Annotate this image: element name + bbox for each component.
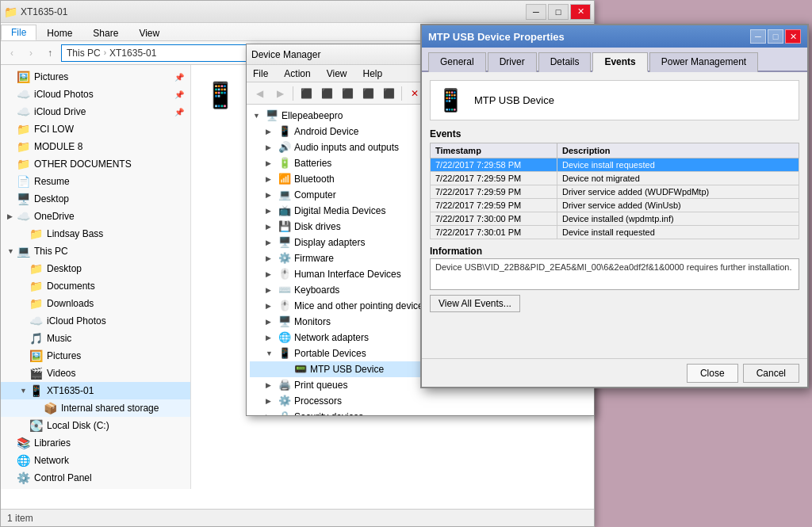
sidebar-item-other-docs[interactable]: 📁 OTHER DOCUMENTS [1,155,190,173]
tree-security[interactable]: ▶ 🔒 Security devices [250,409,591,415]
mtp-minimize-button[interactable]: ─ [750,29,766,44]
cancel-dialog-button[interactable]: Cancel [743,364,799,383]
devmgr-toolbar-btn5[interactable]: ⬛ [379,85,398,102]
window-title: XT1635-01 [21,6,67,17]
devmgr-menu-view[interactable]: View [324,67,350,81]
sidebar-item-fci-low[interactable]: 📁 FCI LOW [1,120,190,138]
sidebar: 🖼️ Pictures 📌 ☁️ iCloud Photos 📌 ☁️ iClo… [1,65,191,489]
sidebar-item-lindsay-bass[interactable]: 📁 Lindsay Bass [1,225,190,242]
xt1635-icon: 📱 [29,384,42,397]
devmgr-toolbar-btn3[interactable]: ⬛ [338,85,357,102]
mtp-close-button[interactable]: ✕ [785,29,801,44]
sidebar-item-icloud-photos2[interactable]: ☁️ iCloud Photos [1,312,190,330]
sidebar-item-pictures2[interactable]: 🖼️ Pictures [1,347,190,365]
toolbar-separator-2 [401,86,402,101]
desktop-icon: 🖥️ [17,193,29,205]
documents-icon: 📁 [29,280,42,292]
tab-home[interactable]: Home [36,25,82,40]
resume-icon: 📄 [17,175,29,188]
onedrive-icon: ☁️ [17,210,29,223]
print-queues-icon: 🖨️ [278,379,291,391]
sidebar-item-local-disk[interactable]: 💽 Local Disk (C:) [1,417,190,434]
devmgr-back-button[interactable]: ◀ [250,85,269,102]
view-all-events-button[interactable]: View All Events... [430,295,520,312]
icloud-photos-icon: ☁️ [17,88,29,101]
sidebar-item-desktop[interactable]: 🖥️ Desktop [1,190,190,208]
back-button[interactable]: ‹ [4,45,20,61]
event-ts-6: 7/22/2017 7:30:01 PM [431,226,557,239]
minimize-button[interactable]: ─ [526,4,546,20]
sidebar-item-videos[interactable]: 🎬 Videos [1,365,190,382]
sidebar-item-internal-storage[interactable]: 📦 Internal shared storage [1,399,190,417]
sidebar-item-network[interactable]: 🌐 Network [1,452,190,469]
sidebar-item-pictures[interactable]: 🖼️ Pictures 📌 [1,68,190,86]
devmgr-toolbar-btn2[interactable]: ⬛ [317,85,336,102]
close-dialog-button[interactable]: Close [687,364,738,383]
local-disk-icon: 💽 [29,419,42,432]
sidebar-item-recycle-bin[interactable]: 🗑️ Recycle Bin [1,487,190,489]
sidebar-item-onedrive[interactable]: ▶ ☁️ OneDrive [1,208,190,225]
tab-view[interactable]: View [128,25,170,40]
devmgr-menu-file[interactable]: File [250,67,271,81]
sidebar-item-downloads[interactable]: 📁 Downloads [1,295,190,312]
security-icon: 🔒 [278,411,291,415]
devmgr-menu-action[interactable]: Action [281,67,313,81]
event-row-2[interactable]: 7/22/2017 7:29:59 PM Device not migrated [431,172,799,185]
sidebar-item-control-panel[interactable]: ⚙️ Control Panel [1,469,190,487]
event-desc-5: Device installed (wpdmtp.inf) [557,212,799,226]
sidebar-item-resume[interactable]: 📄 Resume [1,173,190,190]
close-button[interactable]: ✕ [570,4,591,20]
tab-file[interactable]: File [1,25,36,40]
devmgr-toolbar-btn1[interactable]: ⬛ [297,85,316,102]
up-button[interactable]: ↑ [42,45,58,61]
devmgr-forward-button[interactable]: ▶ [270,85,289,102]
tab-share[interactable]: Share [82,25,128,40]
mtp-title-text: MTP USB Device Properties [428,31,565,43]
module8-icon: 📁 [17,140,29,153]
monitors-icon: 🖥️ [278,315,291,328]
devmgr-toolbar-btn4[interactable]: ⬛ [358,85,377,102]
event-row-1[interactable]: 7/22/2017 7:29:58 PM Device install requ… [431,158,799,172]
tab-general[interactable]: General [428,52,486,72]
path-thispc: This PC [67,48,101,59]
event-ts-5: 7/22/2017 7:30:00 PM [431,212,557,226]
forward-button[interactable]: › [23,45,39,61]
event-row-5[interactable]: 7/22/2017 7:30:00 PM Device installed (w… [431,212,799,226]
maximize-button[interactable]: □ [548,4,569,20]
tree-processors[interactable]: ▶ ⚙️ Processors [250,393,591,409]
mtp-device-name: MTP USB Device [474,94,554,106]
tab-driver[interactable]: Driver [488,52,537,72]
mtp-title-buttons: ─ □ ✕ [750,29,801,44]
tab-events[interactable]: Events [592,52,647,72]
sidebar-item-module8[interactable]: 📁 MODULE 8 [1,138,190,155]
computer-icon: 💻 [278,189,291,201]
event-row-4[interactable]: 7/22/2017 7:29:59 PM Driver service adde… [431,199,799,212]
path-device: XT1635-01 [109,48,156,59]
hid-icon: 🖱️ [278,268,291,281]
sidebar-item-libraries[interactable]: 📚 Libraries [1,434,190,452]
sidebar-item-desktop2[interactable]: 📁 Desktop [1,260,190,277]
event-desc-4: Driver service added (WinUsb) [557,199,799,212]
tab-details[interactable]: Details [538,52,592,72]
sidebar-item-icloud-photos[interactable]: ☁️ iCloud Photos 📌 [1,86,190,103]
event-row-3[interactable]: 7/22/2017 7:29:59 PM Driver service adde… [431,185,799,199]
mtp-maximize-button[interactable]: □ [768,29,783,44]
icloud-pin-icon: 📌 [174,90,184,99]
processors-icon: ⚙️ [278,395,291,407]
downloads-icon: 📁 [29,297,42,310]
event-row-6[interactable]: 7/22/2017 7:30:01 PM Device install requ… [431,226,799,239]
root-expand-arrow: ▼ [253,112,262,120]
information-box: Device USB\VID_22B8&PID_2EA5&MI_00\6&2ea… [430,258,799,290]
mtp-properties-dialog: MTP USB Device Properties ─ □ ✕ General … [420,24,809,388]
devmgr-menu-help[interactable]: Help [360,67,386,81]
sidebar-item-xt1635[interactable]: ▼ 📱 XT1635-01 [1,382,190,399]
sidebar-item-documents[interactable]: 📁 Documents [1,277,190,295]
sidebar-item-icloud-drive[interactable]: ☁️ iCloud Drive 📌 [1,103,190,120]
events-table: Timestamp Description 7/22/2017 7:29:58 … [430,143,799,239]
disk-drives-icon: 💾 [278,220,291,233]
tab-power-management[interactable]: Power Management [649,52,758,72]
sidebar-item-music[interactable]: 🎵 Music [1,330,190,347]
mtp-title-bar: MTP USB Device Properties ─ □ ✕ [422,25,807,48]
sidebar-item-this-pc[interactable]: ▼ 💻 This PC [1,242,190,260]
information-label: Information [430,246,799,257]
